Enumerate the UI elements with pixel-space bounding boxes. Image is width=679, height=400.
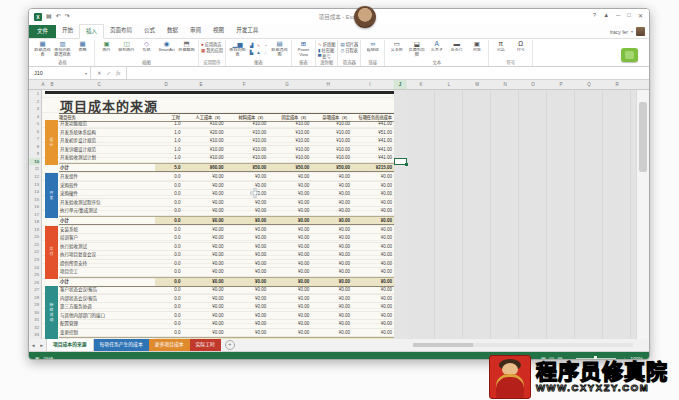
tab-公式[interactable]: 公式	[138, 24, 161, 37]
row-header-1[interactable]: 1	[29, 90, 40, 98]
value-cell[interactable]: 0.0	[155, 260, 183, 268]
row-header-8[interactable]: 8	[29, 143, 40, 151]
value-cell[interactable]: ¥0.00	[226, 173, 269, 181]
value-cell[interactable]: ¥51.00	[352, 129, 394, 137]
row-header-5[interactable]: 5	[29, 120, 40, 128]
task-cell[interactable]: 采购软件	[59, 182, 155, 190]
signature-line-button[interactable]: ▬签名行	[447, 40, 466, 60]
value-cell[interactable]: ¥0.00	[311, 329, 352, 337]
value-cell[interactable]: ¥10.00	[226, 137, 269, 145]
subtotal-cell[interactable]: ¥60.00	[183, 164, 226, 172]
value-cell[interactable]: ¥0.00	[352, 329, 394, 337]
table-row[interactable]: 安装系统0.0¥0.00¥0.00¥0.00¥0.00¥0.00	[59, 226, 394, 235]
value-cell[interactable]: 0.0	[155, 303, 183, 311]
task-cell[interactable]: 采购硬件	[59, 190, 155, 198]
sparkline-line-button[interactable]: ∿折线图	[318, 42, 335, 47]
value-cell[interactable]: ¥10.00	[268, 120, 311, 128]
value-cell[interactable]: ¥10.00	[268, 137, 311, 145]
value-cell[interactable]: ¥0.00	[352, 286, 394, 294]
table-row[interactable]: 执行验收测试0.0¥0.00¥0.00¥0.00¥0.00¥0.00	[59, 243, 394, 252]
tab-审阅[interactable]: 审阅	[184, 24, 207, 37]
table-row[interactable]: 培训客户0.0¥0.00¥0.00¥0.00¥0.00¥0.00	[59, 234, 394, 243]
task-cell[interactable]: 执行单元/集成测试	[59, 207, 155, 215]
value-cell[interactable]: ¥10.00	[226, 154, 269, 162]
subtotal-cell[interactable]: ¥50.00	[226, 164, 269, 172]
subtotal-cell[interactable]: ¥0.00	[311, 278, 352, 286]
column-header-E[interactable]: E	[199, 80, 202, 89]
value-cell[interactable]: ¥0.00	[268, 243, 311, 251]
value-cell[interactable]: ¥0.00	[352, 226, 394, 234]
task-cell[interactable]: 内部状态会议/报告	[59, 295, 155, 303]
row-header-7[interactable]: 7	[29, 135, 40, 143]
row-header-31[interactable]: 31	[29, 316, 40, 324]
value-cell[interactable]: ¥0.00	[311, 226, 352, 234]
task-cell[interactable]: 客户状态会议/报告	[59, 286, 155, 294]
tab-开始[interactable]: 开始	[56, 24, 79, 37]
timeline-button[interactable]: ◷日程表	[340, 48, 358, 53]
row-header-21[interactable]: 21	[29, 241, 40, 249]
value-cell[interactable]: ¥0.00	[226, 320, 269, 328]
value-cell[interactable]: ¥0.00	[226, 329, 269, 337]
task-cell[interactable]: 开发初步设计规范	[59, 137, 155, 145]
subtotal-row[interactable]: 小计0.0¥0.00¥0.00¥0.00¥0.00¥0.00	[59, 277, 394, 287]
table-row[interactable]: 执行单元/集成测试0.0¥0.00¥0.00¥0.00¥0.00¥0.00	[59, 207, 394, 216]
office-store-button[interactable]: ●应用商店	[201, 42, 223, 47]
subtotal-cell[interactable]: ¥50.00	[268, 164, 311, 172]
value-cell[interactable]: ¥0.00	[226, 199, 269, 207]
table-row[interactable]: 项目完工0.0¥0.00¥0.00¥0.00¥0.00¥0.00	[59, 268, 394, 277]
user-area[interactable]: tracy fer ▾	[610, 27, 645, 36]
object-button[interactable]: ▣对象	[467, 40, 486, 60]
value-cell[interactable]: ¥0.00	[226, 295, 269, 303]
value-cell[interactable]: ¥0.00	[268, 329, 311, 337]
task-cell[interactable]: 第三方服务协调	[59, 303, 155, 311]
column-header-N[interactable]: N	[503, 80, 506, 89]
column-header-P[interactable]: P	[559, 80, 562, 89]
value-cell[interactable]: 0.0	[155, 182, 183, 190]
value-cell[interactable]: ¥0.00	[352, 173, 394, 181]
row-header-19[interactable]: 19	[29, 226, 40, 234]
value-cell[interactable]: ¥10.00	[183, 146, 226, 154]
symbol-button[interactable]: Ω符号	[511, 40, 530, 60]
value-cell[interactable]: ¥0.00	[183, 243, 226, 251]
column-header-F[interactable]: F	[243, 80, 246, 89]
row-header-14[interactable]: 14	[29, 188, 40, 196]
sparkline-winloss-button[interactable]: ▀盈亏	[318, 54, 335, 59]
value-cell[interactable]: ¥0.00	[226, 243, 269, 251]
value-cell[interactable]: ¥0.00	[183, 234, 226, 242]
value-cell[interactable]: 0.0	[155, 173, 183, 181]
value-cell[interactable]: ¥0.00	[226, 251, 269, 259]
value-cell[interactable]: ¥0.00	[268, 173, 311, 181]
subtotal-cell[interactable]: ¥0.00	[183, 278, 226, 286]
value-cell[interactable]: 0.0	[155, 199, 183, 207]
screenshot-button[interactable]: ⬒屏幕截图	[177, 40, 196, 60]
value-cell[interactable]: ¥0.00	[311, 295, 352, 303]
minimize-icon[interactable]: ─	[616, 12, 620, 19]
subtotal-cell[interactable]: ¥50.00	[311, 164, 352, 172]
vertical-scrollbar-thumb[interactable]	[639, 102, 647, 172]
value-cell[interactable]: 0.0	[155, 251, 183, 259]
value-cell[interactable]: ¥0.00	[226, 182, 269, 190]
recommended-charts-button[interactable]: ▁▅推荐的图表	[228, 40, 247, 60]
value-cell[interactable]: ¥0.00	[226, 226, 269, 234]
value-cell[interactable]: ¥0.00	[352, 190, 394, 198]
name-box-dropdown-icon[interactable]: ▾	[85, 71, 90, 76]
value-cell[interactable]: 1.0	[155, 129, 183, 137]
value-cell[interactable]: ¥0.00	[183, 286, 226, 294]
selected-cell-J10[interactable]	[394, 158, 407, 166]
chart-type-line-icon[interactable]: ∿	[255, 42, 262, 49]
sheet-tab-更多项目成本[interactable]: 更多项目成本	[149, 339, 190, 351]
worksheet-grid[interactable]: 1234567891011121314151617181920212223242…	[29, 90, 649, 339]
value-cell[interactable]: ¥10.00	[183, 120, 226, 128]
task-cell[interactable]: 执行验收测试	[59, 243, 155, 251]
table-row[interactable]: 开发系统体系结构1.0¥20.00¥10.00¥10.00¥10.00¥51.0…	[59, 129, 394, 138]
value-cell[interactable]: ¥0.00	[268, 303, 311, 311]
subtotal-cell[interactable]: ¥0.00	[311, 217, 352, 225]
chart-type-scatter-icon[interactable]: ∴	[262, 49, 269, 56]
value-cell[interactable]: ¥0.00	[183, 295, 226, 303]
value-cell[interactable]: 1.0	[155, 146, 183, 154]
value-cell[interactable]: ¥0.00	[311, 312, 352, 320]
insert-function-icon[interactable]: fx	[116, 70, 120, 76]
task-cell[interactable]: 配置管理	[59, 320, 155, 328]
column-header-B[interactable]: B	[50, 80, 53, 89]
row-header-15[interactable]: 15	[29, 196, 40, 204]
